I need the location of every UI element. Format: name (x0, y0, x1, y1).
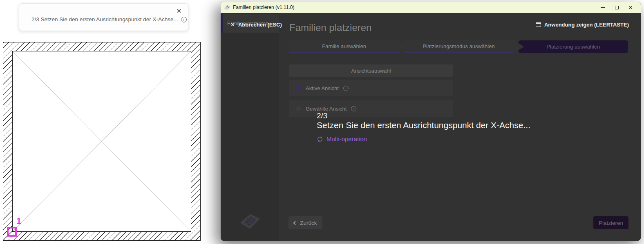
toast-message: 2/3 Setzen Sie den ersten Ausrichtungspu… (31, 16, 178, 22)
show-application-label: Anwendung zeigen (LEERTASTE) (544, 22, 629, 28)
multi-operation-toggle[interactable]: Multi-operation (317, 135, 367, 142)
back-button-label: Zurück (300, 220, 317, 226)
show-application-button[interactable]: Anwendung zeigen (LEERTASTE) (536, 22, 629, 28)
maximize-button[interactable] (610, 2, 624, 12)
sidebar: Familien platzieren (221, 13, 279, 241)
toast-close-icon[interactable]: ✕ (175, 7, 183, 15)
radio-selected-icon[interactable] (296, 86, 301, 91)
cad-canvas[interactable] (3, 42, 201, 241)
minimize-icon (601, 7, 605, 8)
chevron-left-icon (293, 221, 297, 225)
tab-platzierung-auswaehlen[interactable]: Platzierung auswählen (519, 40, 628, 53)
app-logo-icon (224, 4, 230, 11)
close-button[interactable]: ✕ (624, 2, 637, 12)
window-icon (536, 22, 541, 27)
option-label: Gewählte Ansicht (306, 106, 347, 112)
cad-inner-rect[interactable] (12, 51, 191, 232)
tab-label: Familie auswählen (322, 43, 366, 49)
place-button[interactable]: Platzieren (593, 216, 628, 229)
panel-header: Ansichtsauswahl (289, 64, 453, 77)
app-window: Familien platzieren (v1.11.0) ✕ Familien… (221, 2, 641, 241)
option-label: Aktive Ansicht (306, 85, 339, 91)
tab-label: Platzierungsmodus auswählen (423, 43, 494, 49)
dice-logo-icon (239, 213, 261, 231)
option-aktive-ansicht[interactable]: Aktive Ansicht i (289, 80, 453, 96)
maximize-icon (615, 6, 619, 9)
info-icon[interactable]: i (181, 17, 187, 22)
window-titlebar[interactable]: Familien platzieren (v1.11.0) ✕ (221, 2, 641, 13)
alignment-point-marker[interactable] (7, 227, 17, 237)
tab-label: Platzierung auswählen (546, 44, 600, 50)
step-counter: 2/3 (317, 111, 327, 120)
close-icon: ✕ (230, 22, 235, 28)
wizard-steps: Familie auswählen Platzierungsmodus ausw… (289, 40, 628, 53)
sync-icon (317, 136, 323, 142)
info-icon[interactable]: i (343, 86, 349, 91)
instruction-text: Setzen Sie den ersten Ausrichtungspunkt … (317, 120, 530, 130)
page-title: Familien platzieren (289, 22, 371, 33)
multi-operation-label: Multi-operation (326, 135, 367, 142)
minimize-button[interactable] (596, 2, 610, 12)
tab-platzierungsmodus-auswaehlen[interactable]: Platzierungsmodus auswählen (404, 40, 513, 53)
view-selection-panel: Ansichtsauswahl Aktive Ansicht i Gewählt… (289, 64, 453, 117)
option-gewaehlte-ansicht[interactable]: Gewählte Ansicht i (289, 100, 453, 117)
toast-notification: ✕ 2/3 Setzen Sie den ersten Ausrichtungs… (19, 3, 188, 31)
radio-unselected-icon[interactable] (296, 106, 301, 111)
cancel-button[interactable]: ✕ Abbrechen (ESC) (230, 22, 282, 28)
tab-familie-auswaehlen[interactable]: Familie auswählen (289, 40, 399, 53)
back-button[interactable]: Zurück (288, 216, 322, 229)
place-button-label: Platzieren (599, 220, 623, 226)
cancel-label: Abbrechen (ESC) (238, 22, 282, 28)
window-title: Familien platzieren (v1.11.0) (233, 4, 596, 10)
dialog-body: Familien platzieren Familien platzieren … (221, 13, 641, 241)
diagonal-cross-lines (13, 51, 191, 231)
info-icon[interactable]: i (351, 106, 356, 111)
alignment-point-label: 1 (16, 216, 21, 226)
